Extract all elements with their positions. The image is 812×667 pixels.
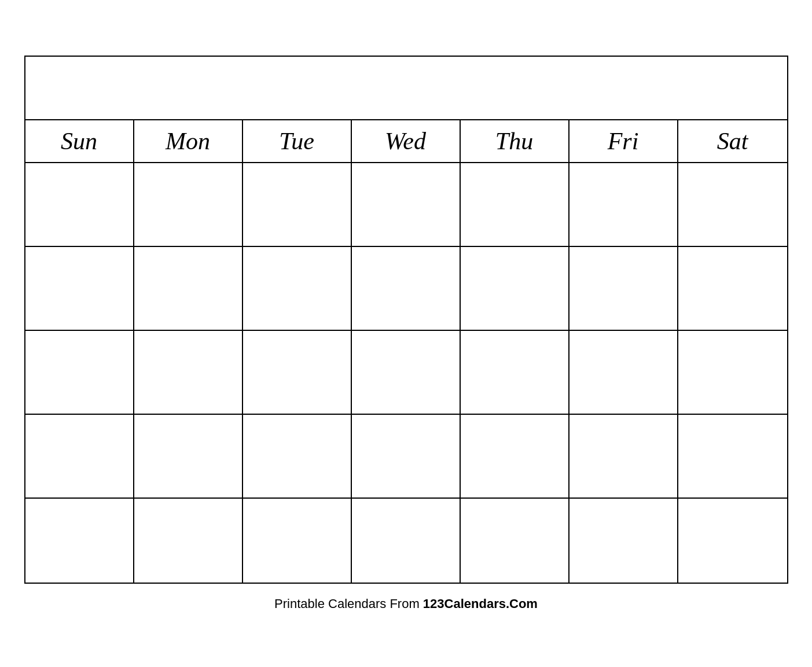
calendar-cell (25, 415, 134, 499)
calendar-cell (25, 331, 134, 415)
calendar-cell (25, 247, 134, 331)
calendar-cell (678, 499, 787, 583)
calendar-cell (678, 331, 787, 415)
calendar-cell (461, 499, 569, 583)
calendar-cell (352, 499, 461, 583)
calendar-cell (678, 247, 787, 331)
calendar-cell (243, 331, 352, 415)
header-mon: Mon (134, 120, 243, 162)
header-tue: Tue (243, 120, 352, 162)
calendar-cell (243, 247, 352, 331)
header-sat: Sat (678, 120, 787, 162)
calendar-cell (134, 331, 243, 415)
calendar-cell (569, 163, 678, 247)
calendar-cell (134, 163, 243, 247)
calendar-cell (352, 415, 461, 499)
calendar-cell (569, 415, 678, 499)
calendar-cell (134, 415, 243, 499)
calendar-cell (569, 247, 678, 331)
calendar-cell (352, 331, 461, 415)
calendar-cell (461, 415, 569, 499)
calendar-container: Sun Mon Tue Wed Thu Fri Sat (24, 56, 788, 584)
calendar-cell (134, 499, 243, 583)
calendar-cell (461, 331, 569, 415)
header-fri: Fri (569, 120, 678, 162)
footer-normal: Printable Calendars From (274, 596, 423, 611)
calendar-cell (243, 163, 352, 247)
calendar-header: Sun Mon Tue Wed Thu Fri Sat (25, 120, 787, 163)
calendar-cell (678, 415, 787, 499)
calendar-title-row (25, 57, 787, 120)
header-sun: Sun (25, 120, 134, 162)
footer-text: Printable Calendars From 123Calendars.Co… (274, 596, 538, 611)
header-thu: Thu (461, 120, 569, 162)
calendar-cell (352, 163, 461, 247)
calendar-cell (569, 499, 678, 583)
calendar-cell (25, 499, 134, 583)
calendar-cell (461, 247, 569, 331)
calendar-cell (569, 331, 678, 415)
calendar-cell (243, 415, 352, 499)
calendar-cell (134, 247, 243, 331)
page-wrapper: Sun Mon Tue Wed Thu Fri Sat (0, 0, 812, 667)
calendar-cell (678, 163, 787, 247)
calendar-cell (461, 163, 569, 247)
footer-bold: 123Calendars.Com (423, 596, 538, 611)
calendar-cell (25, 163, 134, 247)
calendar-grid (25, 163, 787, 583)
calendar-cell (243, 499, 352, 583)
calendar-cell (352, 247, 461, 331)
header-wed: Wed (352, 120, 461, 162)
